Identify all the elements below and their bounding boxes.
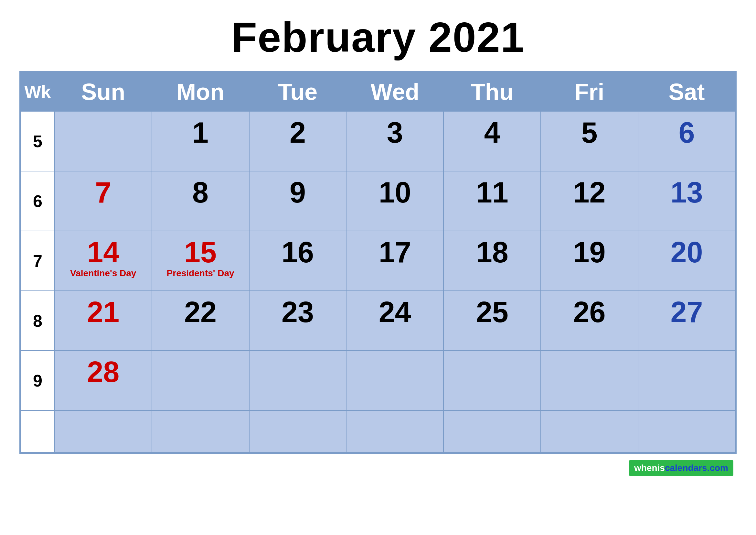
day-number: 9 xyxy=(253,178,343,207)
day-cell: 23 xyxy=(249,291,346,351)
week-number: 7 xyxy=(21,231,55,291)
day-number: 21 xyxy=(58,297,148,327)
day-number: 15 xyxy=(155,238,246,267)
day-cell: 4 xyxy=(444,111,541,171)
day-cell: 20 xyxy=(638,231,735,291)
header-row: Wk Sun Mon Tue Wed Thu Fri Sat xyxy=(21,72,735,111)
day-cell xyxy=(541,351,638,410)
day-cell: 26 xyxy=(541,291,638,351)
header-wk: Wk xyxy=(21,72,55,111)
day-cell: 11 xyxy=(444,171,541,231)
day-number: 13 xyxy=(642,178,732,207)
day-number: 24 xyxy=(350,297,440,327)
footer-prefix: whenis xyxy=(634,463,665,473)
day-cell: 5 xyxy=(541,111,638,171)
day-cell: 16 xyxy=(249,231,346,291)
header-fri: Fri xyxy=(541,72,638,111)
day-cell: 22 xyxy=(152,291,249,351)
day-cell xyxy=(638,410,735,453)
day-number: 27 xyxy=(642,297,732,327)
day-number: 18 xyxy=(447,238,537,267)
calendar: Wk Sun Mon Tue Wed Thu Fri Sat 512345667… xyxy=(19,71,737,454)
day-cell: 2 xyxy=(249,111,346,171)
day-number: 19 xyxy=(544,238,634,267)
footer-suffix: calendars.com xyxy=(665,463,728,473)
day-number: 14 xyxy=(58,238,148,267)
day-cell: 12 xyxy=(541,171,638,231)
holiday-label: Valentine's Day xyxy=(58,268,148,278)
calendar-week-row: 714Valentine's Day15Presidents' Day16171… xyxy=(21,231,735,291)
day-number: 12 xyxy=(544,178,634,207)
day-number: 20 xyxy=(642,238,732,267)
day-number: 8 xyxy=(155,178,246,207)
calendar-week-row: 928 xyxy=(21,351,735,410)
day-cell xyxy=(444,410,541,453)
day-number: 3 xyxy=(350,118,440,147)
day-cell: 9 xyxy=(249,171,346,231)
day-cell xyxy=(55,111,152,171)
day-number: 17 xyxy=(350,238,440,267)
day-cell: 28 xyxy=(55,351,152,410)
day-cell: 14Valentine's Day xyxy=(55,231,152,291)
footer: wheniscalendars.com xyxy=(19,460,737,476)
day-number: 5 xyxy=(544,118,634,147)
day-number: 16 xyxy=(253,238,343,267)
day-cell: 3 xyxy=(346,111,444,171)
day-cell: 13 xyxy=(638,171,735,231)
day-cell xyxy=(346,351,444,410)
day-cell xyxy=(346,410,444,453)
header-sat: Sat xyxy=(638,72,735,111)
week-number: 5 xyxy=(21,111,55,171)
day-cell xyxy=(444,351,541,410)
empty-row xyxy=(21,410,735,453)
week-number: 9 xyxy=(21,351,55,410)
header-tue: Tue xyxy=(249,72,346,111)
day-cell xyxy=(638,351,735,410)
day-cell xyxy=(249,410,346,453)
day-cell: 24 xyxy=(346,291,444,351)
day-cell: 1 xyxy=(152,111,249,171)
day-cell: 25 xyxy=(444,291,541,351)
day-number: 23 xyxy=(253,297,343,327)
day-cell: 21 xyxy=(55,291,152,351)
day-cell xyxy=(55,410,152,453)
header-sun: Sun xyxy=(55,72,152,111)
day-cell: 10 xyxy=(346,171,444,231)
calendar-week-row: 5123456 xyxy=(21,111,735,171)
day-number: 6 xyxy=(642,118,732,147)
day-number: 10 xyxy=(350,178,440,207)
week-number: 8 xyxy=(21,291,55,351)
day-cell: 7 xyxy=(55,171,152,231)
day-number: 2 xyxy=(253,118,343,147)
day-number: 26 xyxy=(544,297,634,327)
day-cell xyxy=(541,410,638,453)
day-cell: 19 xyxy=(541,231,638,291)
header-thu: Thu xyxy=(444,72,541,111)
day-number: 11 xyxy=(447,178,537,207)
header-mon: Mon xyxy=(152,72,249,111)
day-number: 1 xyxy=(155,118,246,147)
day-cell xyxy=(152,410,249,453)
calendar-week-row: 821222324252627 xyxy=(21,291,735,351)
day-cell xyxy=(152,351,249,410)
day-cell: 18 xyxy=(444,231,541,291)
page-title: February 2021 xyxy=(231,13,525,62)
day-cell: 15Presidents' Day xyxy=(152,231,249,291)
header-wed: Wed xyxy=(346,72,444,111)
week-number: 6 xyxy=(21,171,55,231)
day-cell xyxy=(249,351,346,410)
day-cell: 6 xyxy=(638,111,735,171)
day-number: 28 xyxy=(58,357,148,386)
day-cell: 8 xyxy=(152,171,249,231)
day-number: 7 xyxy=(58,178,148,207)
calendar-week-row: 678910111213 xyxy=(21,171,735,231)
day-number: 22 xyxy=(155,297,246,327)
day-number: 4 xyxy=(447,118,537,147)
week-number xyxy=(21,410,55,453)
day-cell: 17 xyxy=(346,231,444,291)
day-cell: 27 xyxy=(638,291,735,351)
day-number: 25 xyxy=(447,297,537,327)
holiday-label: Presidents' Day xyxy=(155,268,246,278)
footer-link: wheniscalendars.com xyxy=(629,460,733,476)
